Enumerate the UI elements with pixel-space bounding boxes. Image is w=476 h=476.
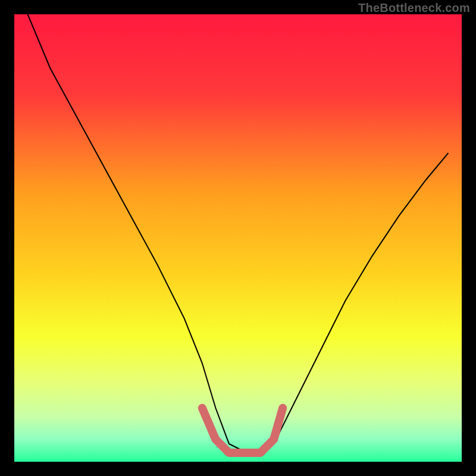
bottleneck-chart	[14, 14, 462, 462]
gradient-background	[14, 14, 462, 462]
watermark-text: TheBottleneck.com	[358, 1, 470, 15]
plot-area	[14, 14, 462, 462]
chart-frame: TheBottleneck.com	[0, 0, 476, 476]
